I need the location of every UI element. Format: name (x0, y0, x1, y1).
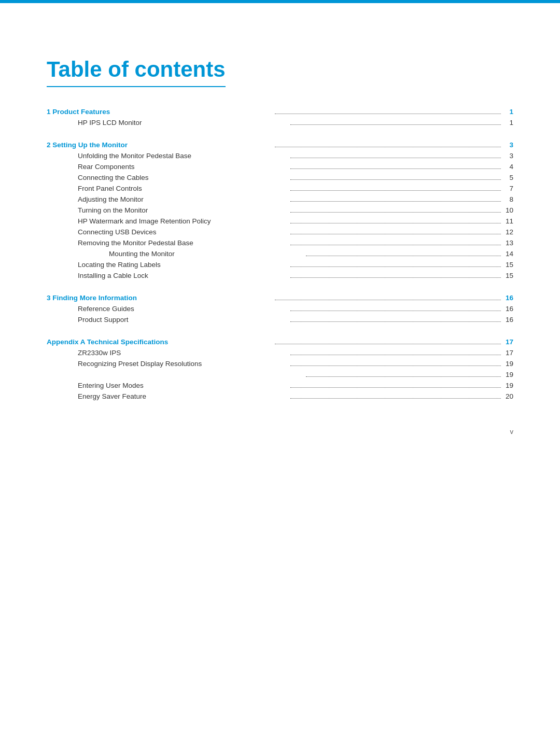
toc-section-header-text: Appendix A Technical Specifications (47, 338, 273, 346)
toc-entry-page: 14 (503, 250, 513, 258)
toc-content: 1 Product Features1HP IPS LCD Monitor12 … (47, 108, 513, 400)
toc-dots (290, 311, 501, 311)
toc-entry-row: Entering User Modes19 (47, 382, 513, 389)
toc-dots (290, 266, 501, 267)
toc-entry-row: HP IPS LCD Monitor1 (47, 119, 513, 126)
toc-dots (290, 321, 501, 322)
toc-entry-row: Unfolding the Monitor Pedestal Base3 (47, 152, 513, 160)
page-title: Table of contents (47, 57, 226, 87)
toc-entry-text: Recognizing Preset Display Resolutions (78, 360, 288, 368)
toc-entry-row: Connecting USB Devices12 (47, 228, 513, 236)
toc-entry-row: Connecting the Cables5 (47, 174, 513, 181)
top-border (0, 0, 560, 3)
toc-entry-page: 19 (503, 360, 513, 368)
toc-entry-page: 19 (503, 382, 513, 389)
toc-dots (290, 168, 501, 169)
toc-entry-page: 20 (503, 392, 513, 400)
toc-entry-text: Energy Saver Feature (78, 392, 288, 400)
toc-entry-page: 1 (503, 119, 513, 126)
toc-section-page: 17 (503, 338, 513, 346)
toc-dots (290, 190, 501, 191)
toc-entry-row: Energy Saver Feature20 (47, 392, 513, 400)
toc-section-1: 1 Product Features1HP IPS LCD Monitor1 (47, 108, 513, 126)
toc-section-header-text: 2 Setting Up the Monitor (47, 141, 273, 149)
toc-section-page: 1 (503, 108, 513, 116)
toc-section-header-row: Appendix A Technical Specifications17 (47, 338, 513, 346)
toc-entry-row: Locating the Rating Labels15 (47, 261, 513, 269)
toc-section-header-row: 3 Finding More Information16 (47, 294, 513, 302)
toc-entry-text: HP IPS LCD Monitor (78, 119, 288, 126)
toc-entry-text: Unfolding the Monitor Pedestal Base (78, 152, 288, 160)
toc-section-header-text: 1 Product Features (47, 108, 273, 116)
toc-entry-row: Turning on the Monitor10 (47, 206, 513, 214)
toc-entry-page: 7 (503, 185, 513, 192)
toc-entry-text: Locating the Rating Labels (78, 261, 288, 269)
toc-entry-row: Rear Components4 (47, 163, 513, 171)
toc-entry-row: Adjusting the Monitor8 (47, 195, 513, 203)
toc-entry-text: Reference Guides (78, 305, 288, 313)
toc-dots (275, 114, 501, 114)
toc-dots (290, 179, 501, 180)
toc-entry-text: Rear Components (78, 163, 288, 171)
toc-entry-text: Connecting USB Devices (78, 228, 288, 236)
toc-entry-page: 8 (503, 195, 513, 203)
toc-entry-row: Removing the Monitor Pedestal Base13 (47, 239, 513, 247)
toc-entry-page: 11 (503, 217, 513, 225)
toc-dots (290, 124, 501, 125)
toc-dots (290, 387, 501, 388)
toc-dots (275, 147, 501, 147)
toc-dots (290, 223, 501, 223)
toc-entry-row: Installing a Cable Lock15 (47, 272, 513, 279)
toc-dots (290, 398, 501, 399)
toc-entry-row: ZR2330w IPS17 (47, 349, 513, 357)
toc-entry-page: 13 (503, 239, 513, 247)
toc-entry-page: 3 (503, 152, 513, 160)
toc-entry-page: 17 (503, 349, 513, 357)
toc-section-3: 3 Finding More Information16Reference Gu… (47, 294, 513, 324)
toc-section-4: Appendix A Technical Specifications17ZR2… (47, 338, 513, 400)
toc-dots (275, 344, 501, 344)
toc-entry-page: 15 (503, 261, 513, 269)
toc-entry-text: Entering User Modes (78, 382, 288, 389)
toc-section-2: 2 Setting Up the Monitor3Unfolding the M… (47, 141, 513, 279)
toc-section-header-row: 2 Setting Up the Monitor3 (47, 141, 513, 149)
toc-dots (290, 158, 501, 158)
toc-entry-row: Product Support16 (47, 316, 513, 324)
toc-entry-text: Connecting the Cables (78, 174, 288, 181)
toc-entry-page: 19 (503, 371, 513, 378)
toc-entry-row: HP Watermark and Image Retention Policy1… (47, 217, 513, 225)
toc-entry-text: Front Panel Controls (78, 185, 288, 192)
toc-entry-text: Adjusting the Monitor (78, 195, 288, 203)
toc-dots (275, 300, 501, 300)
toc-entry-row: 19 (47, 371, 513, 378)
toc-entry-page: 12 (503, 228, 513, 236)
toc-entry-page: 16 (503, 305, 513, 313)
toc-dots (290, 201, 501, 202)
toc-section-header-row: 1 Product Features1 (47, 108, 513, 116)
toc-entry-text: Mounting the Monitor (109, 250, 304, 258)
toc-dots (290, 355, 501, 355)
toc-entry-page: 15 (503, 272, 513, 279)
toc-entry-text: Product Support (78, 316, 288, 324)
toc-entry-page: 5 (503, 174, 513, 181)
toc-section-header-text: 3 Finding More Information (47, 294, 273, 302)
toc-dots (290, 212, 501, 213)
toc-entry-text: Turning on the Monitor (78, 206, 288, 214)
toc-dots (290, 234, 501, 234)
toc-entry-page: 4 (503, 163, 513, 171)
toc-dots (290, 366, 501, 366)
toc-entry-text: ZR2330w IPS (78, 349, 288, 357)
toc-section-page: 16 (503, 294, 513, 302)
toc-entry-row: Mounting the Monitor14 (47, 250, 513, 258)
toc-entry-page: 16 (503, 316, 513, 324)
toc-entry-row: Recognizing Preset Display Resolutions19 (47, 360, 513, 368)
toc-entry-page: 10 (503, 206, 513, 214)
toc-entry-text: HP Watermark and Image Retention Policy (78, 217, 288, 225)
toc-dots (306, 256, 501, 256)
page-container: Table of contents 1 Product Features1HP … (0, 0, 560, 456)
toc-entry-text: Installing a Cable Lock (78, 272, 288, 279)
toc-entry-row: Front Panel Controls7 (47, 185, 513, 192)
toc-section-page: 3 (503, 141, 513, 149)
toc-entry-row: Reference Guides16 (47, 305, 513, 313)
toc-dots (306, 376, 501, 377)
